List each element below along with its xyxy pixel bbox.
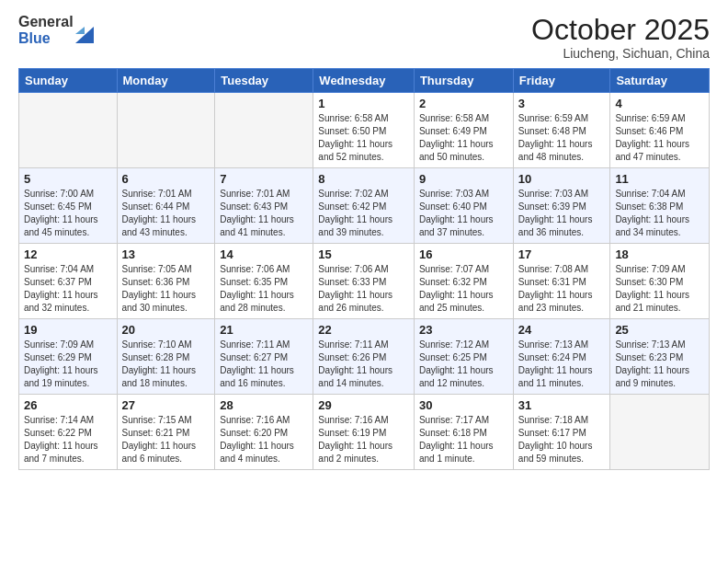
calendar-cell: 23Sunrise: 7:12 AM Sunset: 6:25 PM Dayli… <box>414 319 513 395</box>
day-info: Sunrise: 7:08 AM Sunset: 6:31 PM Dayligh… <box>518 263 606 315</box>
calendar-cell: 11Sunrise: 7:04 AM Sunset: 6:38 PM Dayli… <box>610 168 710 244</box>
calendar-cell: 20Sunrise: 7:10 AM Sunset: 6:28 PM Dayli… <box>117 319 215 395</box>
day-number: 27 <box>122 398 210 412</box>
calendar-cell: 2Sunrise: 6:58 AM Sunset: 6:49 PM Daylig… <box>414 93 513 168</box>
day-number: 29 <box>318 398 409 412</box>
day-number: 21 <box>220 323 308 337</box>
day-info: Sunrise: 7:11 AM Sunset: 6:26 PM Dayligh… <box>318 339 409 390</box>
svg-marker-1 <box>75 27 85 34</box>
day-number: 18 <box>615 247 704 261</box>
day-info: Sunrise: 6:58 AM Sunset: 6:49 PM Dayligh… <box>419 112 508 164</box>
day-info: Sunrise: 7:02 AM Sunset: 6:42 PM Dayligh… <box>318 188 409 239</box>
calendar-cell: 17Sunrise: 7:08 AM Sunset: 6:31 PM Dayli… <box>513 244 610 319</box>
weekday-header-monday: Monday <box>117 69 215 93</box>
calendar-cell: 14Sunrise: 7:06 AM Sunset: 6:35 PM Dayli… <box>215 244 313 319</box>
calendar-cell: 3Sunrise: 6:59 AM Sunset: 6:48 PM Daylig… <box>513 93 610 168</box>
calendar-cell: 15Sunrise: 7:06 AM Sunset: 6:33 PM Dayli… <box>313 244 415 319</box>
day-info: Sunrise: 7:00 AM Sunset: 6:45 PM Dayligh… <box>24 188 112 239</box>
day-number: 2 <box>419 97 508 110</box>
page: General Blue October 2025 Liucheng, Sich… <box>0 0 728 563</box>
day-info: Sunrise: 7:13 AM Sunset: 6:23 PM Dayligh… <box>615 339 704 390</box>
day-number: 31 <box>518 398 606 412</box>
calendar-cell: 25Sunrise: 7:13 AM Sunset: 6:23 PM Dayli… <box>610 319 710 395</box>
day-info: Sunrise: 7:10 AM Sunset: 6:28 PM Dayligh… <box>122 339 210 390</box>
calendar-cell: 13Sunrise: 7:05 AM Sunset: 6:36 PM Dayli… <box>117 244 215 319</box>
calendar-cell: 7Sunrise: 7:01 AM Sunset: 6:43 PM Daylig… <box>215 168 313 244</box>
day-info: Sunrise: 7:04 AM Sunset: 6:37 PM Dayligh… <box>24 263 112 315</box>
weekday-header-sunday: Sunday <box>19 69 118 93</box>
weekday-header-row: SundayMondayTuesdayWednesdayThursdayFrid… <box>19 69 710 93</box>
calendar-cell: 6Sunrise: 7:01 AM Sunset: 6:44 PM Daylig… <box>117 168 215 244</box>
calendar-cell: 16Sunrise: 7:07 AM Sunset: 6:32 PM Dayli… <box>414 244 513 319</box>
day-number: 8 <box>318 172 409 186</box>
month-title: October 2025 <box>531 14 710 46</box>
day-number: 19 <box>24 323 112 337</box>
day-info: Sunrise: 7:06 AM Sunset: 6:35 PM Dayligh… <box>220 263 308 315</box>
calendar-cell <box>117 93 215 168</box>
calendar-cell: 30Sunrise: 7:17 AM Sunset: 6:18 PM Dayli… <box>414 395 513 470</box>
header: General Blue October 2025 Liucheng, Sich… <box>18 14 710 61</box>
calendar-cell: 10Sunrise: 7:03 AM Sunset: 6:39 PM Dayli… <box>513 168 610 244</box>
day-info: Sunrise: 7:09 AM Sunset: 6:30 PM Dayligh… <box>615 263 704 315</box>
calendar-week-row: 5Sunrise: 7:00 AM Sunset: 6:45 PM Daylig… <box>19 168 710 244</box>
logo: General Blue <box>18 14 94 46</box>
calendar-cell <box>610 395 710 470</box>
day-number: 30 <box>419 398 508 412</box>
weekday-header-wednesday: Wednesday <box>313 69 415 93</box>
day-number: 6 <box>122 172 210 186</box>
calendar-cell: 12Sunrise: 7:04 AM Sunset: 6:37 PM Dayli… <box>19 244 118 319</box>
calendar-week-row: 1Sunrise: 6:58 AM Sunset: 6:50 PM Daylig… <box>19 93 710 168</box>
calendar-cell: 28Sunrise: 7:16 AM Sunset: 6:20 PM Dayli… <box>215 395 313 470</box>
day-number: 12 <box>24 247 112 261</box>
calendar-cell: 4Sunrise: 6:59 AM Sunset: 6:46 PM Daylig… <box>610 93 710 168</box>
day-info: Sunrise: 6:59 AM Sunset: 6:46 PM Dayligh… <box>615 112 704 164</box>
day-number: 4 <box>615 97 704 110</box>
day-info: Sunrise: 7:01 AM Sunset: 6:43 PM Dayligh… <box>220 188 308 239</box>
day-number: 5 <box>24 172 112 186</box>
day-number: 11 <box>615 172 704 186</box>
weekday-header-saturday: Saturday <box>610 69 710 93</box>
day-number: 15 <box>318 247 409 261</box>
day-info: Sunrise: 7:04 AM Sunset: 6:38 PM Dayligh… <box>615 188 704 239</box>
day-info: Sunrise: 7:09 AM Sunset: 6:29 PM Dayligh… <box>24 339 112 390</box>
logo-icon <box>75 17 94 43</box>
day-number: 14 <box>220 247 308 261</box>
day-number: 23 <box>419 323 508 337</box>
day-info: Sunrise: 7:18 AM Sunset: 6:17 PM Dayligh… <box>518 414 606 465</box>
day-info: Sunrise: 7:06 AM Sunset: 6:33 PM Dayligh… <box>318 263 409 315</box>
day-number: 28 <box>220 398 308 412</box>
day-info: Sunrise: 7:15 AM Sunset: 6:21 PM Dayligh… <box>122 414 210 465</box>
day-info: Sunrise: 7:03 AM Sunset: 6:39 PM Dayligh… <box>518 188 606 239</box>
calendar-cell: 1Sunrise: 6:58 AM Sunset: 6:50 PM Daylig… <box>313 93 415 168</box>
day-number: 17 <box>518 247 606 261</box>
calendar-cell: 18Sunrise: 7:09 AM Sunset: 6:30 PM Dayli… <box>610 244 710 319</box>
calendar-week-row: 26Sunrise: 7:14 AM Sunset: 6:22 PM Dayli… <box>19 395 710 470</box>
day-info: Sunrise: 7:03 AM Sunset: 6:40 PM Dayligh… <box>419 188 508 239</box>
day-number: 20 <box>122 323 210 337</box>
calendar-cell: 31Sunrise: 7:18 AM Sunset: 6:17 PM Dayli… <box>513 395 610 470</box>
day-info: Sunrise: 7:01 AM Sunset: 6:44 PM Dayligh… <box>122 188 210 239</box>
calendar-cell: 27Sunrise: 7:15 AM Sunset: 6:21 PM Dayli… <box>117 395 215 470</box>
day-info: Sunrise: 7:17 AM Sunset: 6:18 PM Dayligh… <box>419 414 508 465</box>
logo-general: General <box>18 14 74 30</box>
weekday-header-thursday: Thursday <box>414 69 513 93</box>
calendar-cell: 22Sunrise: 7:11 AM Sunset: 6:26 PM Dayli… <box>313 319 415 395</box>
title-section: October 2025 Liucheng, Sichuan, China <box>531 14 710 61</box>
day-info: Sunrise: 7:11 AM Sunset: 6:27 PM Dayligh… <box>220 339 308 390</box>
day-number: 3 <box>518 97 606 110</box>
calendar-cell: 29Sunrise: 7:16 AM Sunset: 6:19 PM Dayli… <box>313 395 415 470</box>
day-number: 24 <box>518 323 606 337</box>
day-number: 1 <box>318 97 409 110</box>
weekday-header-friday: Friday <box>513 69 610 93</box>
day-number: 25 <box>615 323 704 337</box>
calendar-cell: 24Sunrise: 7:13 AM Sunset: 6:24 PM Dayli… <box>513 319 610 395</box>
calendar-cell: 21Sunrise: 7:11 AM Sunset: 6:27 PM Dayli… <box>215 319 313 395</box>
day-info: Sunrise: 7:16 AM Sunset: 6:19 PM Dayligh… <box>318 414 409 465</box>
day-info: Sunrise: 7:14 AM Sunset: 6:22 PM Dayligh… <box>24 414 112 465</box>
weekday-header-tuesday: Tuesday <box>215 69 313 93</box>
calendar-cell: 8Sunrise: 7:02 AM Sunset: 6:42 PM Daylig… <box>313 168 415 244</box>
day-number: 22 <box>318 323 409 337</box>
calendar-cell: 26Sunrise: 7:14 AM Sunset: 6:22 PM Dayli… <box>19 395 118 470</box>
location-subtitle: Liucheng, Sichuan, China <box>531 46 710 61</box>
calendar-week-row: 19Sunrise: 7:09 AM Sunset: 6:29 PM Dayli… <box>19 319 710 395</box>
